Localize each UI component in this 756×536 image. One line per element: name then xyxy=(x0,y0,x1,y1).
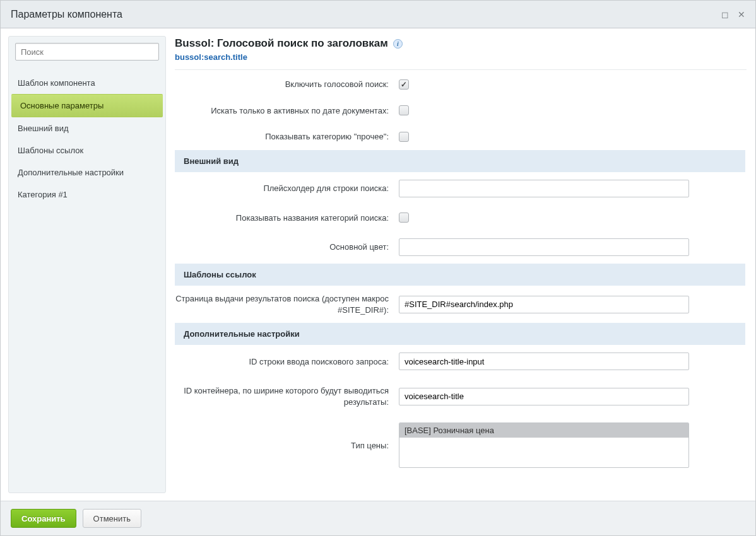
sidebar-items: Шаблон компонента Основные параметры Вне… xyxy=(9,67,165,206)
row-results-page: Страница выдачи результатов поиска (дост… xyxy=(175,286,745,323)
input-results-page[interactable] xyxy=(399,296,689,313)
listbox-item-base[interactable]: [BASE] Розничная цена xyxy=(399,423,688,438)
dialog-window: Параметры компонента ◻ ✕ Шаблон компонен… xyxy=(0,0,756,536)
row-show-cat-names: Показывать названия категорий поиска: xyxy=(175,205,745,231)
row-show-other: Показывать категорию "прочее": xyxy=(175,124,745,150)
content-header: Bussol: Голосовой поиск по заголовкам i … xyxy=(175,37,747,70)
sidebar-item-link-templates[interactable]: Шаблоны ссылок xyxy=(9,139,165,161)
sidebar-search-wrap xyxy=(9,43,165,67)
row-placeholder-search: Плейсхолдер для строки поиска: xyxy=(175,172,745,205)
section-appearance: Внешний вид xyxy=(175,150,745,172)
sidebar-search-input[interactable] xyxy=(15,43,159,61)
section-link-templates: Шаблоны ссылок xyxy=(175,264,745,286)
row-price-type: Тип цены: [BASE] Розничная цена xyxy=(175,415,745,475)
sidebar-item-extra[interactable]: Дополнительные настройки xyxy=(9,161,165,184)
dialog-body: Шаблон компонента Основные параметры Вне… xyxy=(1,28,755,501)
label-main-color: Основной цвет: xyxy=(175,242,399,253)
dialog-footer: Сохранить Отменить xyxy=(1,501,755,535)
label-show-cat-names: Показывать названия категорий поиска: xyxy=(175,213,399,224)
checkbox-enable-voice[interactable] xyxy=(399,79,409,90)
label-price-type: Тип цены: xyxy=(175,440,399,452)
component-code: bussol:search.title xyxy=(175,52,747,62)
input-placeholder-search[interactable] xyxy=(399,180,689,197)
input-main-color[interactable] xyxy=(399,238,689,256)
sidebar-item-appearance[interactable]: Внешний вид xyxy=(9,117,165,139)
maximize-icon[interactable]: ◻ xyxy=(721,10,729,19)
row-container-id: ID контейнера, по ширине которого будут … xyxy=(175,378,745,415)
close-icon[interactable]: ✕ xyxy=(738,10,745,19)
label-enable-voice: Включить голосовой поиск: xyxy=(175,79,399,90)
titlebar-actions: ◻ ✕ xyxy=(721,10,745,19)
window-title: Параметры компонента xyxy=(11,9,122,20)
checkbox-show-cat-names[interactable] xyxy=(399,213,409,223)
label-container-id: ID контейнера, по ширине которого будут … xyxy=(175,385,399,407)
sidebar-item-category-1[interactable]: Категория #1 xyxy=(9,184,165,206)
sidebar-item-main-params[interactable]: Основные параметры xyxy=(11,94,163,117)
sidebar-item-template[interactable]: Шаблон компонента xyxy=(9,72,165,94)
content: Bussol: Голосовой поиск по заголовкам i … xyxy=(166,28,755,501)
info-icon[interactable]: i xyxy=(393,39,403,49)
row-input-id: ID строки ввода поискового запроса: xyxy=(175,345,745,378)
input-container-id[interactable] xyxy=(399,388,689,405)
section-extra: Дополнительные настройки xyxy=(175,323,745,345)
row-active-only: Искать только в активных по дате докумен… xyxy=(175,98,745,124)
label-results-page: Страница выдачи результатов поиска (дост… xyxy=(175,293,399,315)
checkbox-active-only[interactable] xyxy=(399,105,409,115)
label-active-only: Искать только в активных по дате докумен… xyxy=(175,105,399,117)
label-show-other: Показывать категорию "прочее": xyxy=(175,131,399,143)
row-enable-voice: Включить голосовой поиск: xyxy=(175,71,745,98)
label-placeholder-search: Плейсхолдер для строки поиска: xyxy=(175,183,399,194)
component-title: Bussol: Голосовой поиск по заголовкам xyxy=(175,37,388,50)
titlebar: Параметры компонента ◻ ✕ xyxy=(1,1,755,28)
listbox-price-type[interactable]: [BASE] Розничная цена xyxy=(399,422,689,468)
sidebar: Шаблон компонента Основные параметры Вне… xyxy=(8,36,166,493)
cancel-button[interactable]: Отменить xyxy=(83,509,141,528)
label-input-id: ID строки ввода поискового запроса: xyxy=(175,356,399,368)
save-button[interactable]: Сохранить xyxy=(11,509,76,528)
form-scroll-area[interactable]: Включить голосовой поиск: Искать только … xyxy=(175,71,747,501)
input-input-id[interactable] xyxy=(399,352,689,370)
checkbox-show-other[interactable] xyxy=(399,132,409,142)
row-main-color: Основной цвет: xyxy=(175,231,745,264)
